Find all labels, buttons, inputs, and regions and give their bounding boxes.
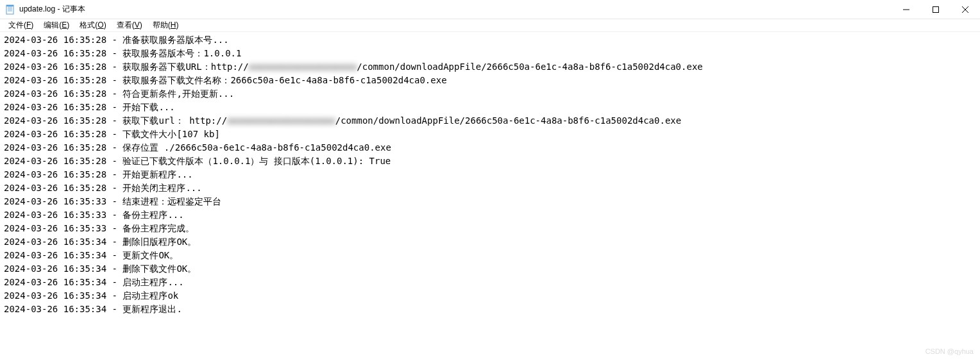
log-line: 2024-03-26 16:35:33 - 结束进程：远程鉴定平台 xyxy=(4,195,976,208)
log-message-post: /common/downloadAppFile/2666c50a-6e1c-4a… xyxy=(335,115,681,126)
log-message: 备份主程序完成。 xyxy=(122,223,194,233)
log-line: 2024-03-26 16:35:28 - 开始更新程序... xyxy=(4,168,976,181)
log-line: 2024-03-26 16:35:34 - 更新程序退出. xyxy=(4,303,976,316)
log-timestamp: 2024-03-26 16:35:34 - xyxy=(4,237,122,247)
close-button[interactable] xyxy=(950,0,980,19)
log-message: 开始下载... xyxy=(122,102,174,112)
log-line: 2024-03-26 16:35:28 - 开始关闭主程序... xyxy=(4,181,976,195)
log-timestamp: 2024-03-26 16:35:34 - xyxy=(4,304,122,314)
log-message: 保存位置 ./2666c50a-6e1c-4a8a-b8f6-c1a5002d4… xyxy=(122,142,391,153)
log-line: 2024-03-26 16:35:28 - 开始下载... xyxy=(4,101,976,114)
redacted-text: xxxxxxxxxxxxxxxxxxxx xyxy=(249,62,357,72)
log-timestamp: 2024-03-26 16:35:28 - xyxy=(4,183,122,193)
window-controls xyxy=(891,0,980,19)
log-timestamp: 2024-03-26 16:35:34 - xyxy=(4,250,122,260)
log-line: 2024-03-26 16:35:28 - 准备获取服务器版本号... xyxy=(4,33,976,47)
menu-file[interactable]: 文件(F) xyxy=(4,19,38,31)
text-content[interactable]: 2024-03-26 16:35:28 - 准备获取服务器版本号...2024-… xyxy=(0,32,980,317)
log-timestamp: 2024-03-26 16:35:28 - xyxy=(4,142,122,153)
menu-format[interactable]: 格式(O) xyxy=(75,19,110,31)
log-timestamp: 2024-03-26 16:35:28 - xyxy=(4,88,122,99)
svg-rect-5 xyxy=(6,5,13,6)
log-line: 2024-03-26 16:35:28 - 验证已下载文件版本（1.0.0.1）… xyxy=(4,154,976,168)
log-message: 符合更新条件,开始更新... xyxy=(122,88,234,99)
maximize-button[interactable] xyxy=(921,0,950,19)
log-timestamp: 2024-03-26 16:35:34 - xyxy=(4,290,122,301)
redacted-text: xxxxxxxxxxxxxxxxxxxx xyxy=(227,115,335,126)
log-timestamp: 2024-03-26 16:35:28 - xyxy=(4,129,122,139)
log-message: 获取服务器下载文件名称：2666c50a-6e1c-4a8a-b8f6-c1a5… xyxy=(122,75,446,85)
log-line: 2024-03-26 16:35:34 - 启动主程序... xyxy=(4,276,976,289)
titlebar: update.log - 记事本 xyxy=(0,0,980,19)
menu-view[interactable]: 查看(V) xyxy=(112,19,147,31)
log-line: 2024-03-26 16:35:34 - 启动主程序ok xyxy=(4,289,976,303)
log-line: 2024-03-26 16:35:28 - 获取服务器下载URL：http://… xyxy=(4,60,976,74)
log-line: 2024-03-26 16:35:28 - 获取服务器版本号：1.0.0.1 xyxy=(4,47,976,60)
svg-rect-7 xyxy=(933,6,939,12)
log-timestamp: 2024-03-26 16:35:34 - xyxy=(4,277,122,287)
log-message: 获取下载url： http:// xyxy=(122,115,227,126)
log-message: 获取服务器下载URL：http:// xyxy=(122,62,248,72)
notepad-icon xyxy=(5,4,15,15)
log-line: 2024-03-26 16:35:33 - 备份主程序... xyxy=(4,208,976,222)
log-message: 获取服务器版本号：1.0.0.1 xyxy=(122,48,241,58)
titlebar-left: update.log - 记事本 xyxy=(5,4,85,15)
menubar: 文件(F) 编辑(E) 格式(O) 查看(V) 帮助(H) xyxy=(0,19,980,32)
log-line: 2024-03-26 16:35:28 - 保存位置 ./2666c50a-6e… xyxy=(4,141,976,154)
menu-help[interactable]: 帮助(H) xyxy=(148,19,183,31)
log-line: 2024-03-26 16:35:28 - 获取下载url： http://xx… xyxy=(4,114,976,128)
log-message: 结束进程：远程鉴定平台 xyxy=(122,196,221,206)
log-message: 启动主程序ok xyxy=(122,290,178,301)
log-timestamp: 2024-03-26 16:35:28 - xyxy=(4,35,122,45)
log-message: 开始关闭主程序... xyxy=(122,183,201,193)
minimize-button[interactable] xyxy=(891,0,921,19)
log-timestamp: 2024-03-26 16:35:28 - xyxy=(4,75,122,85)
log-timestamp: 2024-03-26 16:35:28 - xyxy=(4,48,122,58)
log-timestamp: 2024-03-26 16:35:34 - xyxy=(4,263,122,274)
log-message: 删除下载文件OK。 xyxy=(122,263,196,274)
log-message: 更新程序退出. xyxy=(122,304,182,314)
menu-edit[interactable]: 编辑(E) xyxy=(39,19,74,31)
log-message: 更新文件OK。 xyxy=(122,250,178,260)
log-timestamp: 2024-03-26 16:35:28 - xyxy=(4,169,122,180)
log-line: 2024-03-26 16:35:34 - 删除旧版程序OK。 xyxy=(4,235,976,249)
log-message: 验证已下载文件版本（1.0.0.1）与 接口版本(1.0.0.1): True xyxy=(122,156,391,166)
watermark: CSDN @qyhua xyxy=(925,347,974,355)
log-timestamp: 2024-03-26 16:35:28 - xyxy=(4,156,122,166)
window-title: update.log - 记事本 xyxy=(19,4,85,15)
log-message: 启动主程序... xyxy=(122,277,183,287)
log-message: 准备获取服务器版本号... xyxy=(122,35,228,45)
log-timestamp: 2024-03-26 16:35:28 - xyxy=(4,115,122,126)
log-timestamp: 2024-03-26 16:35:33 - xyxy=(4,223,122,233)
log-timestamp: 2024-03-26 16:35:28 - xyxy=(4,102,122,112)
log-line: 2024-03-26 16:35:34 - 更新文件OK。 xyxy=(4,249,976,262)
log-line: 2024-03-26 16:35:28 - 符合更新条件,开始更新... xyxy=(4,87,976,101)
log-line: 2024-03-26 16:35:34 - 删除下载文件OK。 xyxy=(4,262,976,276)
log-timestamp: 2024-03-26 16:35:33 - xyxy=(4,196,122,206)
log-message: 删除旧版程序OK。 xyxy=(122,237,196,247)
log-line: 2024-03-26 16:35:33 - 备份主程序完成。 xyxy=(4,222,976,235)
log-timestamp: 2024-03-26 16:35:33 - xyxy=(4,210,122,220)
log-line: 2024-03-26 16:35:28 - 下载文件大小[107 kb] xyxy=(4,128,976,141)
log-line: 2024-03-26 16:35:28 - 获取服务器下载文件名称：2666c5… xyxy=(4,74,976,87)
log-message: 备份主程序... xyxy=(122,210,183,220)
log-message: 开始更新程序... xyxy=(122,169,192,180)
log-message-post: /common/downloadAppFile/2666c50a-6e1c-4a… xyxy=(357,62,702,72)
log-timestamp: 2024-03-26 16:35:28 - xyxy=(4,62,122,72)
log-message: 下载文件大小[107 kb] xyxy=(122,129,219,139)
